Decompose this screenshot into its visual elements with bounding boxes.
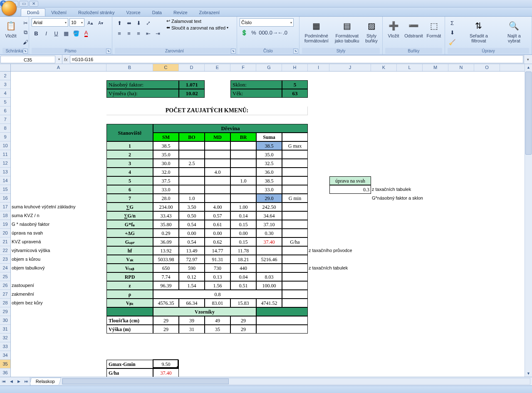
cell-J15[interactable]: 0.3 [329,185,371,194]
tab-home[interactable]: Domů [21,8,45,16]
cell-E10[interactable] [205,141,230,150]
cell-D25[interactable]: 0.12 [179,272,205,281]
row-header-22[interactable]: 22 [0,246,10,255]
row-header-21[interactable]: 21 [0,237,10,246]
select-all-corner[interactable] [0,64,11,72]
font-name-combo[interactable]: Arial▾ [32,18,68,27]
horizontal-scrollbar[interactable] [62,378,530,385]
italic-button[interactable]: I [42,29,51,38]
cell-F24[interactable]: 440 [230,264,256,272]
bold-button[interactable]: B [32,29,41,38]
cell-B18[interactable]: ∑G/n [106,211,153,220]
row-header-12[interactable]: 12 [0,159,10,168]
cell-D13[interactable] [179,168,205,176]
cut-button[interactable]: ✂ [21,18,30,27]
cell-D19[interactable]: 0.54 [179,220,205,229]
cell-D26[interactable]: 1.54 [179,281,205,290]
cell-C13[interactable]: 32.0 [153,168,179,176]
cell-G31[interactable] [256,325,308,334]
font-size-combo[interactable]: 10▾ [69,18,84,27]
cell-D21[interactable]: 0.54 [179,237,205,246]
cell-H9[interactable] [282,133,308,141]
cell-H15[interactable] [282,185,308,194]
row-header-20[interactable]: 20 [0,229,10,237]
cell-H4[interactable]: 63 [282,89,308,98]
cell-E11[interactable] [205,150,230,159]
row-header-10[interactable]: 10 [0,141,10,150]
cell-D24[interactable]: 590 [179,264,205,272]
row-header-9[interactable]: 9 [0,133,10,141]
cell-C17[interactable]: 234.00 [153,203,179,211]
row-header-29[interactable]: 29 [0,307,10,316]
cell-C27[interactable]: 0.8 [153,290,282,299]
find-select-button[interactable]: 🔍Najít a vybrat [499,18,529,44]
col-header-B[interactable]: B [106,64,153,71]
cell-F3[interactable]: Sklon: [230,80,282,89]
name-box-dropdown[interactable]: ▾ [56,57,62,61]
cell-F4[interactable]: Věk: [230,89,282,98]
row-header-19[interactable]: 19 [0,220,10,229]
row-header-4[interactable]: 4 [0,89,10,98]
formula-input[interactable]: =G10-G16 [70,55,523,63]
cell-G19[interactable]: 37.10 [256,220,282,229]
percent-button[interactable]: % [249,28,258,37]
tab-data[interactable]: Data [146,9,168,16]
cell-B4[interactable]: Výměra (ha): [106,89,179,98]
fx-icon[interactable]: fx [64,57,68,62]
cell-G29[interactable] [256,307,308,316]
cell-B8[interactable]: Stanoviště [106,124,153,141]
delete-cells-button[interactable]: ➖Odstranit [403,18,424,39]
comma-button[interactable]: 000 [259,28,268,37]
cell-C24[interactable]: 650 [153,264,179,272]
cell-B25[interactable]: RPD [106,272,153,281]
cell-C26[interactable]: 96.39 [153,281,179,290]
cell-G14[interactable]: 38.5 [256,176,282,185]
col-header-I[interactable]: I [308,64,329,71]
cell-D16[interactable]: 1.0 [179,194,205,203]
row-header-7[interactable]: 7 [0,115,10,124]
cell-E16[interactable] [205,194,230,203]
cell-A24[interactable]: objem tabulkový [11,264,106,272]
cell-C20[interactable]: 0.29 [153,229,179,237]
cond-format-button[interactable]: ▦Podmíněné formátování [302,18,331,44]
cell-E12[interactable] [205,159,230,168]
cell-F19[interactable]: 0.15 [230,220,256,229]
cell-F16[interactable] [230,194,256,203]
cell-G18[interactable]: 34.64 [256,211,282,220]
cell-H16[interactable]: G min [282,194,308,203]
cell-E17[interactable]: 4.00 [205,203,230,211]
cell-H17[interactable] [282,203,308,211]
tab-view[interactable]: Zobrazení [193,9,226,16]
cell-C19[interactable]: 35.80 [153,220,179,229]
cell-styles-button[interactable]: ▨Styly buňky [363,18,380,44]
cell-B27[interactable]: ρ [106,290,153,299]
row-header-2[interactable]: 2 [0,72,10,80]
cell-B31[interactable]: Výška (m) [106,325,153,334]
cell-A20[interactable]: úprava na svah [11,229,106,237]
cells-area[interactable]: Násobný faktor:1.071Výměra (ha):10.02Skl… [11,72,525,377]
wrap-text-button[interactable]: ↩Zalamovat text [166,18,228,24]
row-header-23[interactable]: 23 [0,255,10,264]
cell-E26[interactable]: 1.56 [205,281,230,290]
row-header-14[interactable]: 14 [0,176,10,185]
sheet-nav-last[interactable]: ⏭ [22,377,30,386]
cell-E25[interactable]: 0.13 [205,272,230,281]
align-center-button[interactable]: ≡ [124,29,134,38]
grid[interactable]: ABCDEFGHIJKLMNO 234567891011121314151617… [0,64,532,377]
cell-E20[interactable]: 0.00 [205,229,230,237]
col-header-G[interactable]: G [256,64,282,71]
name-box[interactable]: C35 ▾ [0,55,62,64]
cell-H24[interactable] [282,264,308,272]
sheet-nav-prev[interactable]: ◀ [7,377,15,386]
cell-G15[interactable]: 33.0 [256,185,282,194]
cell-E22[interactable]: 14.77 [205,246,230,255]
cell-D22[interactable]: 13.49 [179,246,205,255]
cell-B19[interactable]: G*fₑ [106,220,153,229]
row-header-13[interactable]: 13 [0,168,10,176]
sort-filter-button[interactable]: ⇅Seřadit a filtrovat [460,18,497,44]
col-header-M[interactable]: M [423,64,448,71]
cell-E13[interactable]: 4.0 [205,168,230,176]
cell-B23[interactable]: Vₛₖ [106,255,153,264]
cell-B3[interactable]: Násobný faktor: [106,80,179,89]
cell-A28[interactable]: objem bez kůry [11,299,106,307]
